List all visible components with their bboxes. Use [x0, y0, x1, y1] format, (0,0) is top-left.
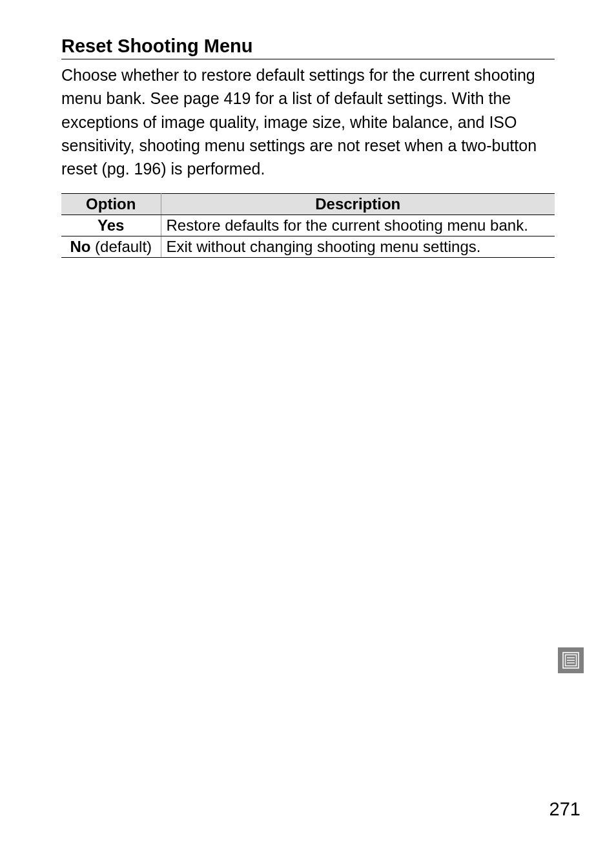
table-header-option: Option	[61, 194, 161, 215]
section-title: Reset Shooting Menu	[61, 36, 555, 59]
table-row: No (default) Exit without changing shoot…	[61, 236, 555, 258]
table-row: Yes Restore defaults for the current sho…	[61, 215, 555, 236]
table-header-description: Description	[161, 194, 555, 215]
menu-tab-icon	[558, 647, 584, 673]
table-cell-option: No (default)	[61, 236, 161, 258]
table-cell-description: Exit without changing shooting menu sett…	[161, 236, 555, 258]
table-cell-option: Yes	[61, 215, 161, 236]
table-header-row: Option Description	[61, 194, 555, 215]
table-cell-description: Restore defaults for the current shootin…	[161, 215, 555, 236]
options-table: Option Description Yes Restore defaults …	[61, 193, 555, 258]
page-number: 271	[549, 799, 580, 820]
section-body: Choose whether to restore default settin…	[61, 63, 555, 180]
